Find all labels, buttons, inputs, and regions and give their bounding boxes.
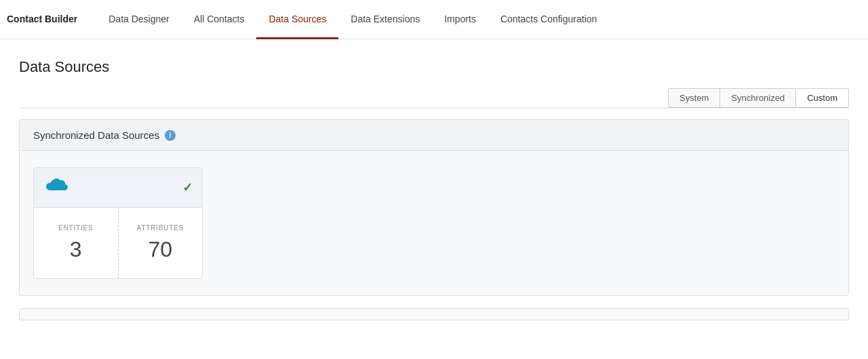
datasource-card[interactable]: ✓ ENTITIES 3 ATTRIBUTES 70	[33, 167, 203, 279]
section-header-title: Synchronized Data Sources	[33, 129, 159, 141]
nav-item-data-designer[interactable]: Data Designer	[96, 1, 182, 39]
info-icon[interactable]: i	[165, 130, 176, 141]
attributes-label: ATTRIBUTES	[125, 224, 196, 232]
entities-value: 3	[70, 237, 82, 261]
section-body: ✓ ENTITIES 3 ATTRIBUTES 70	[20, 151, 848, 295]
nav-item-contacts-configuration[interactable]: Contacts Configuration	[488, 1, 609, 39]
filter-tab-synchronized[interactable]: Synchronized	[719, 88, 795, 108]
synchronized-section: Synchronized Data Sources i ✓ ENTI	[19, 119, 849, 296]
filter-tab-custom[interactable]: Custom	[795, 88, 849, 108]
datasource-card-header: ✓	[34, 168, 202, 208]
attributes-value: 70	[148, 237, 172, 261]
salesforce-cloud-icon	[43, 176, 68, 199]
page-title: Data Sources	[19, 58, 849, 76]
filter-tab-system[interactable]: System	[668, 88, 719, 108]
datasource-card-body: ENTITIES 3 ATTRIBUTES 70	[34, 208, 202, 278]
top-navigation: Contact Builder Data Designer All Contac…	[0, 0, 868, 39]
second-section	[19, 308, 849, 320]
check-icon: ✓	[182, 180, 193, 195]
section-header: Synchronized Data Sources i	[20, 120, 848, 151]
nav-brand[interactable]: Contact Builder	[7, 1, 90, 39]
nav-item-all-contacts[interactable]: All Contacts	[182, 1, 257, 39]
entities-stat: ENTITIES 3	[34, 208, 119, 278]
nav-item-data-sources[interactable]: Data Sources	[256, 1, 338, 39]
entities-label: ENTITIES	[41, 224, 111, 232]
filter-tabs: System Synchronized Custom	[19, 88, 849, 108]
nav-item-imports[interactable]: Imports	[432, 1, 488, 39]
attributes-stat: ATTRIBUTES 70	[119, 208, 203, 278]
nav-item-data-extensions[interactable]: Data Extensions	[338, 1, 432, 39]
page-content: Data Sources System Synchronized Custom …	[0, 39, 868, 320]
